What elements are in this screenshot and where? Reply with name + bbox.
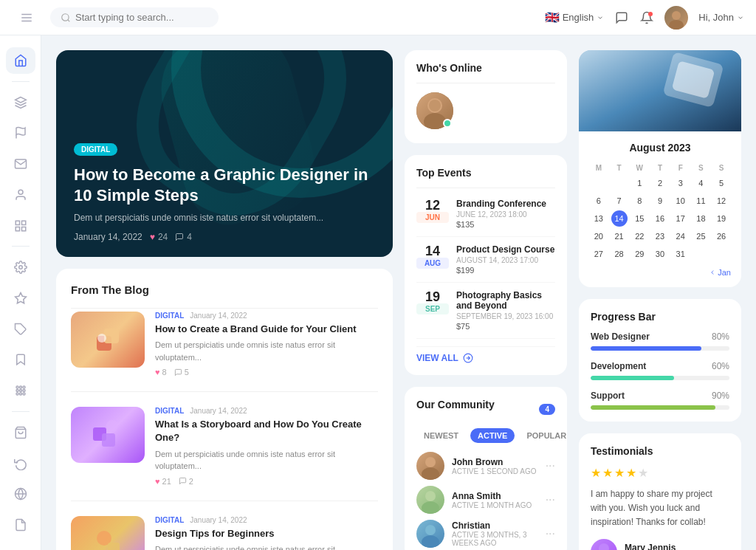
search-bar[interactable] [50,7,219,27]
blog-item[interactable]: DIGITAL January 14, 2022 How to Create a… [71,312,378,377]
calendar-day[interactable]: 11 [693,193,709,209]
sidebar-item-tag[interactable] [6,316,35,343]
blog-item[interactable]: DIGITAL January 14, 2022 Design Tips for… [71,516,378,550]
language-selector[interactable]: 🇬🇧 English [545,10,605,24]
view-all-button[interactable]: VIEW ALL [416,346,555,363]
calendar-day[interactable]: 1 [631,175,647,191]
blog-item-title[interactable]: What Is a Storyboard and How Do You Crea… [155,418,378,444]
search-input[interactable] [75,12,208,23]
calendar-day[interactable]: 26 [713,228,729,244]
calendar-day[interactable]: 10 [673,193,689,209]
calendar-day[interactable]: 28 [611,246,628,262]
sidebar-item-refresh[interactable] [6,450,35,477]
calendar-day[interactable]: 17 [673,210,689,227]
tab-active[interactable]: ACTIVE [470,428,515,443]
calendar-day[interactable]: 19 [713,210,729,227]
messages-icon[interactable] [614,10,629,25]
sidebar-item-mail[interactable] [6,151,35,177]
calendar-day[interactable]: 16 [652,210,668,227]
calendar-day[interactable]: 2 [652,175,668,191]
calendar-nav: Jan [589,268,731,277]
calendar-day[interactable]: 31 [673,246,689,262]
calendar-day[interactable]: 21 [611,228,628,244]
progress-fill-3 [591,405,715,410]
sidebar-item-layers[interactable] [6,89,35,116]
progress-bar-bg-3 [591,405,729,410]
top-events-title: Top Events [416,167,555,179]
calendar-day[interactable]: 18 [693,210,709,227]
svg-point-21 [19,390,21,392]
sidebar-item-bag[interactable] [6,419,35,446]
calendar-day[interactable]: 29 [631,246,647,262]
avatar[interactable] [664,6,688,30]
blog-item-title[interactable]: How to Create a Brand Guide for Your Cli… [155,323,378,336]
calendar-day[interactable]: 25 [693,228,709,244]
sidebar-item-home[interactable] [6,47,35,74]
sidebar [0,35,41,550]
sidebar-item-grid[interactable] [6,213,35,239]
tab-popular[interactable]: POPULAR [519,428,574,443]
calendar-day[interactable]: 9 [652,193,668,209]
sidebar-item-settings[interactable] [6,254,35,281]
svg-rect-11 [21,221,25,224]
event-item-2[interactable]: 14 AUG Product Design Course AUGUST 14, … [416,237,555,283]
calendar-day[interactable]: 8 [631,193,647,209]
community-item-2: Anna Smith ACTIVE 1 MONTH AGO ··· [416,486,555,514]
top-events-card: Top Events 12 JUN Branding Conference JU… [405,155,567,375]
sidebar-item-doc[interactable] [6,512,35,538]
community-item-menu-1[interactable]: ··· [546,459,555,472]
blog-date: January 14, 2022 [190,312,247,320]
blog-item-title[interactable]: Design Tips for Beginners [155,527,378,540]
svg-point-23 [16,393,18,395]
blog-thumbnail-2 [71,407,145,463]
sidebar-item-bookmark[interactable] [6,347,35,374]
blog-item-info-3: DIGITAL January 14, 2022 Design Tips for… [155,516,378,550]
calendar-day[interactable]: 27 [591,246,607,262]
calendar-day[interactable]: 15 [631,210,647,227]
calendar-day[interactable]: 30 [652,246,668,262]
search-icon [61,13,71,23]
sidebar-item-star[interactable] [6,285,35,312]
calendar-day[interactable]: 20 [591,228,607,244]
menu-icon[interactable] [12,3,41,32]
calendar-day[interactable]: 5 [713,175,729,191]
sidebar-item-flag[interactable] [6,120,35,146]
svg-marker-15 [15,292,26,303]
calendar-day[interactable]: 22 [631,228,647,244]
main-content: DIGITAL How to Become a Graphic Designer… [41,35,756,550]
event-item-1[interactable]: 12 JUN Branding Conference JUNE 12, 2023… [416,191,555,237]
hero-card: DIGITAL How to Become a Graphic Designer… [56,50,393,257]
sidebar-item-user[interactable] [6,182,35,208]
progress-label-row-2: Development 60% [591,361,729,371]
progress-label-2: Development [591,361,646,371]
sidebar-item-apps[interactable] [6,377,35,404]
blog-section: From The Blog [56,269,393,550]
calendar-day[interactable]: 14 [611,210,628,227]
notifications-icon[interactable] [639,10,654,25]
calendar-day[interactable]: 6 [591,193,607,209]
user-greeting[interactable]: Hi, John [698,12,744,23]
tab-newest[interactable]: NEWEST [416,428,466,443]
calendar-day[interactable]: 7 [611,193,628,209]
community-avatar-2 [416,486,444,514]
calendar-day[interactable]: 23 [652,228,668,244]
sidebar-item-globe[interactable] [6,481,35,507]
community-list: John Brown ACTIVE 1 SECOND AGO ··· Anna … [416,452,555,548]
author-avatar [591,539,617,550]
event-item-3[interactable]: 19 SEP Photography Basics and Beyond SEP… [416,283,555,339]
community-item-menu-3[interactable]: ··· [546,527,555,540]
calendar-day [611,175,628,191]
calendar-day[interactable]: 12 [713,193,729,209]
cal-header-s2: S [712,161,731,175]
blog-item[interactable]: DIGITAL January 14, 2022 What Is a Story… [71,407,378,485]
calendar-day[interactable]: 13 [591,210,607,227]
calendar-day[interactable]: 4 [693,175,709,191]
calendar-day[interactable]: 3 [673,175,689,191]
community-member-3: Christian ACTIVE 3 MONTHS, 3 WEEKS AGO [452,520,538,547]
blog-item-stats: ♥21 2 [155,477,378,486]
community-item-menu-2[interactable]: ··· [546,493,555,506]
svg-point-44 [425,491,436,501]
prev-month-button[interactable]: Jan [709,268,731,277]
blog-items: DIGITAL January 14, 2022 How to Create a… [71,312,378,550]
calendar-day[interactable]: 24 [673,228,689,244]
